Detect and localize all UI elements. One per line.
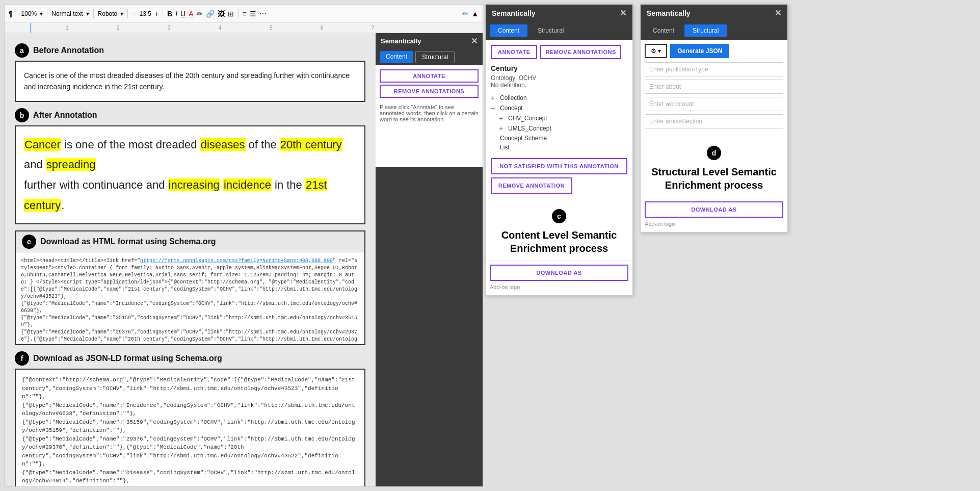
- remove-annotation-btn[interactable]: REMOVE ANNOTATION: [491, 177, 572, 194]
- decrease-font-btn[interactable]: −: [132, 10, 136, 18]
- not-satisfied-row: NOT SATISFIED WITH THIS ANNOTATION REMOV…: [491, 158, 627, 194]
- align-btn[interactable]: ≡: [243, 10, 247, 18]
- tree-expand-collection[interactable]: +: [491, 94, 498, 102]
- zoom-control[interactable]: 100%: [21, 10, 37, 17]
- tree-expand-concept[interactable]: −: [491, 104, 498, 112]
- content-download-as-btn[interactable]: DOWNLOAD AS: [490, 265, 628, 281]
- inline-annotate-btn[interactable]: ANNOTATE: [380, 69, 479, 83]
- structural-tab-content[interactable]: Content: [645, 24, 682, 37]
- label-a: a: [15, 43, 29, 58]
- structural-process-title: Structural Level Semantic Enrichment pro…: [651, 165, 777, 192]
- tree-expand-umls[interactable]: +: [499, 124, 506, 133]
- tree-expand-chv[interactable]: +: [499, 114, 506, 122]
- structural-panel-close[interactable]: ✕: [775, 8, 781, 18]
- style-control[interactable]: Normal text: [51, 10, 83, 17]
- content-remove-annotations-btn[interactable]: REMOVE ANNOTATIONS: [540, 45, 621, 59]
- highlight-increasing: increasing: [168, 178, 220, 191]
- publication-type-input[interactable]: [645, 62, 783, 76]
- bold-btn[interactable]: B: [167, 10, 172, 18]
- inline-tab-structural[interactable]: Structural: [415, 51, 455, 63]
- inline-panel-message: Please click "Annotate" to see annotated…: [380, 102, 479, 124]
- tree-item-chv: + CHV_Concept: [499, 113, 627, 123]
- highlight-btn[interactable]: ✏: [197, 10, 203, 18]
- zoom-arrow: ▾: [40, 10, 43, 17]
- ontology-info: Century Ontology: OCHV No definition.: [491, 64, 627, 89]
- font-arrow: ▾: [120, 10, 123, 17]
- content-panel-header: Semantically ✕: [486, 5, 632, 21]
- tree-item-concept: − Concept: [491, 103, 627, 113]
- font-control[interactable]: Roboto: [98, 10, 118, 17]
- inline-semantically-panel: Semantically ✕ Content Structural ANNOTA…: [376, 33, 483, 486]
- content-semantically-panel: Semantically ✕ Content Structural ANNOTA…: [485, 4, 633, 296]
- generate-json-btn[interactable]: Generate JSON: [670, 44, 729, 58]
- font-size-display: 13.5: [139, 10, 151, 17]
- about-input[interactable]: [645, 80, 783, 94]
- structural-semantically-panel: Semantically ✕ Content Structural ⚙ ▾ Ge…: [640, 4, 788, 232]
- content-annotate-row: ANNOTATE REMOVE ANNOTATIONS: [491, 45, 627, 59]
- structural-process-section: d Structural Level Semantic Enrichment p…: [641, 136, 787, 197]
- after-annotation-box: Cancer is one of the most dreaded diseas…: [15, 125, 365, 224]
- structural-addon-logo: Add-on logo: [645, 220, 783, 228]
- style-arrow: ▾: [86, 10, 89, 17]
- structural-tab-structural[interactable]: Structural: [684, 24, 727, 37]
- not-satisfied-btn[interactable]: NOT SATISFIED WITH THIS ANNOTATION: [491, 158, 627, 174]
- inline-panel-body: ANNOTATE REMOVE ANNOTATIONS Please click…: [376, 65, 483, 167]
- before-annotation-box: Cancer is one of the most dreaded diseas…: [15, 61, 365, 102]
- download-html-code: <html><head><title></title><link href="h…: [16, 252, 364, 344]
- article-section-input[interactable]: [645, 114, 783, 128]
- download-html-title: Download as HTML format using Schema.org: [40, 237, 216, 246]
- label-e: e: [22, 235, 36, 249]
- content-process-title: Content Level Semantic Enrichment proces…: [496, 228, 622, 255]
- toolbar-divider-4: [127, 9, 128, 18]
- label-d: d: [707, 146, 721, 160]
- gear-btn[interactable]: ⚙ ▾: [645, 44, 667, 58]
- content-annotate-btn[interactable]: ANNOTATE: [491, 45, 537, 59]
- highlight-diseases: diseases: [200, 138, 246, 151]
- structural-panel-title: Semantically: [647, 9, 691, 17]
- collapse-arrow-btn[interactable]: ▲: [471, 10, 479, 18]
- download-html-box: e Download as HTML format using Schema.o…: [15, 230, 365, 345]
- link-btn[interactable]: 🔗: [206, 10, 215, 18]
- image-btn[interactable]: 🖼: [218, 10, 225, 18]
- tree-item-umls: + UMLS_Concept: [499, 123, 627, 134]
- italic-btn[interactable]: I: [175, 10, 177, 18]
- inline-panel-title: Semantically: [381, 37, 421, 45]
- color-btn[interactable]: A: [189, 10, 193, 18]
- toolbar-divider-6: [238, 9, 239, 18]
- list-btn[interactable]: ☰: [250, 10, 256, 18]
- content-panel-close[interactable]: ✕: [620, 8, 626, 18]
- increase-font-btn[interactable]: +: [154, 10, 158, 18]
- section-after: b After Annotation Cancer is one of the …: [15, 108, 365, 224]
- inline-remove-btn[interactable]: REMOVE ANNOTATIONS: [380, 85, 479, 98]
- section-b-label: b After Annotation: [15, 108, 365, 122]
- ontology-definition: No definition.: [491, 82, 627, 89]
- tree-item-concept-scheme: Concept Scheme: [491, 134, 627, 143]
- inline-panel-header: Semantically ✕: [376, 33, 483, 49]
- content-tab-structural[interactable]: Structural: [529, 24, 572, 37]
- docs-ruler: 1 2 3 4 5 6 7: [5, 23, 483, 33]
- content-process-section: c Content Level Semantic Enrichment proc…: [486, 199, 632, 260]
- ontology-tree: + Collection − Concept + CHV_Concept + U…: [491, 93, 627, 152]
- structural-download-as-btn[interactable]: DOWNLOAD AS: [645, 201, 783, 218]
- inline-annotate-buttons: ANNOTATE REMOVE ANNOTATIONS: [380, 69, 479, 98]
- collapse-btn[interactable]: ✏: [462, 10, 468, 18]
- after-title: After Annotation: [33, 111, 97, 120]
- highlight-cancer: Cancer: [24, 138, 61, 151]
- annotated-text: Cancer is one of the most dreaded diseas…: [24, 135, 356, 215]
- toolbar-divider-2: [47, 9, 47, 18]
- highlight-spreading: spreading: [46, 158, 96, 171]
- inline-tab-content[interactable]: Content: [380, 51, 413, 63]
- content-tab-content[interactable]: Content: [490, 24, 527, 37]
- wordcount-input[interactable]: [645, 97, 783, 111]
- content-panel-title: Semantically: [492, 9, 536, 17]
- table-btn[interactable]: ⊞: [228, 10, 234, 18]
- content-addon-logo: Add-on logo: [490, 283, 628, 291]
- main-container: ¶ 100% ▾ Normal text ▾ Roboto ▾ − 13.5 +…: [0, 0, 980, 491]
- inline-panel-tabs: Content Structural: [376, 49, 483, 65]
- content-panel-area: Semantically ✕ Content Structural ANNOTA…: [485, 4, 638, 487]
- more-btn[interactable]: ⋯: [259, 10, 267, 18]
- toolbar-divider-5: [163, 9, 163, 18]
- gear-row: ⚙ ▾ Generate JSON: [645, 44, 783, 58]
- inline-panel-close[interactable]: ✕: [471, 36, 478, 46]
- underline-btn[interactable]: U: [180, 10, 186, 18]
